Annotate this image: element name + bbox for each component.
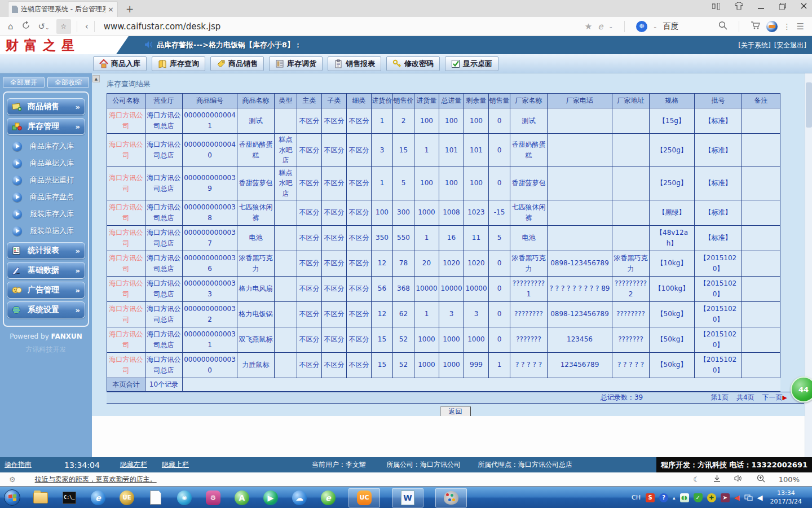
qq-browser-icon[interactable]: ☁ <box>291 489 308 506</box>
taskbar-clock[interactable]: 13:34 2017/3/24 <box>768 489 807 506</box>
toolbar-button-2[interactable]: 库存查询 <box>152 56 205 71</box>
maximize-icon[interactable] <box>779 3 786 10</box>
zoom-icon[interactable] <box>757 474 765 484</box>
table-row[interactable]: 海口方讯公司海口方讯公司总店0000000000032格力电饭锅不区分不区分不区… <box>107 301 780 327</box>
lang-indicator[interactable]: CH <box>632 494 641 501</box>
notepad-icon[interactable] <box>147 489 164 506</box>
sidebar-section-5[interactable]: 广告管理» <box>7 282 85 299</box>
night-mode-icon[interactable]: ☾ <box>693 475 700 484</box>
ultraedit-icon[interactable]: UE <box>118 489 135 506</box>
shield-plus-icon[interactable]: ✚ <box>707 493 716 502</box>
table-cell <box>275 251 297 276</box>
sidebar-item[interactable]: 商品库存入库 <box>6 138 86 155</box>
word-icon[interactable]: W <box>392 488 423 507</box>
sidebar-item[interactable]: 商品票据重打 <box>6 172 86 189</box>
media-player-icon[interactable]: ◉ <box>176 489 193 506</box>
download-icon[interactable] <box>713 475 721 484</box>
search-icon[interactable] <box>718 21 727 32</box>
home-icon[interactable]: ⌂ <box>8 21 14 32</box>
bookmark-star-icon[interactable]: ★ <box>585 21 592 32</box>
database-tool-icon[interactable]: ⚙ <box>205 489 222 506</box>
url-field[interactable]: www.caifustar.com/desk.jsp <box>104 21 221 32</box>
undo-icon[interactable]: ↺⌄ <box>38 21 50 32</box>
gear-icon[interactable]: ⚙ <box>9 475 16 484</box>
paint-icon[interactable] <box>435 488 467 507</box>
cmd-icon[interactable]: C:\_ <box>61 489 78 506</box>
table-row[interactable]: 海口方讯公司海口方讯公司总店0000000000031双飞燕鼠标不区分不区分不区… <box>107 327 780 352</box>
table-row[interactable]: 海口方讯公司海口方讯公司总店0000000000036浓香黑巧克力不区分不区分不… <box>107 251 780 276</box>
favorites-icon[interactable]: ☆ <box>56 19 71 34</box>
sidebar-section-4[interactable]: 基础数据» <box>7 262 85 279</box>
sidebar-section-6[interactable]: 系统设置» <box>7 301 85 318</box>
hamburger-menu-icon[interactable]: ☰ <box>797 21 804 32</box>
toolbar-button-3[interactable]: 商品销售 <box>210 56 264 71</box>
sidebar-item[interactable]: 服装单据入库 <box>6 222 86 239</box>
tencent-video-icon[interactable]: ▶ <box>262 489 279 506</box>
baidu-icon[interactable]: ❉ <box>636 21 647 32</box>
tab-close-icon[interactable]: × <box>108 5 114 14</box>
logout-link[interactable]: [安全退出] <box>774 41 806 50</box>
table-row[interactable]: 海口方讯公司海口方讯公司总店0000000000037电池不区分不区分不区分35… <box>107 225 780 251</box>
browser-logo-icon[interactable] <box>766 21 778 32</box>
minimize-icon[interactable] <box>758 3 765 10</box>
scrollbar-thumb[interactable] <box>806 82 812 128</box>
green-browser-icon[interactable]: e <box>320 489 337 506</box>
table-row[interactable]: 海口方讯公司海口方讯公司总店0000000000030力胜鼠标不区分不区分不区分… <box>107 352 780 378</box>
explorer-icon[interactable] <box>32 489 49 506</box>
sidebar-item[interactable]: 服装库存入库 <box>6 205 86 222</box>
ie-icon[interactable]: e <box>90 489 107 506</box>
toolbar-button-7[interactable]: 显示桌面 <box>445 56 498 71</box>
skin-icon[interactable] <box>735 2 743 10</box>
about-system-link[interactable]: [关于系统] <box>738 41 770 50</box>
uc-browser-icon[interactable]: UC <box>348 488 380 507</box>
wechat-icon[interactable]: ◖◗ <box>680 493 689 502</box>
network-icon[interactable] <box>744 494 753 501</box>
more-menu-icon[interactable]: ⋮ <box>783 22 791 31</box>
browser-tab[interactable]: 连锁店管理系统 - 后台管理系 × <box>8 1 118 17</box>
volume-red-icon[interactable]: ◀ <box>734 493 740 502</box>
help-icon[interactable]: ? <box>659 493 668 502</box>
new-tab-button[interactable]: + <box>126 3 134 17</box>
android-studio-icon[interactable]: A <box>233 489 250 506</box>
next-page-link[interactable]: 下一页▶ <box>762 393 787 402</box>
search-engine-label[interactable]: 百度 <box>663 21 679 32</box>
guide-link[interactable]: 操作指南 <box>5 460 32 470</box>
table-row[interactable]: 海口方讯公司海口方讯公司总店0000000000041测试不区分不区分不区分12… <box>107 108 780 134</box>
table-row[interactable]: 海口方讯公司海口方讯公司总店0000000000033格力电风扇不区分不区分不区… <box>107 276 780 301</box>
toolbar-button-6[interactable]: 修改密码 <box>386 56 440 71</box>
chevron-down-icon[interactable]: ⌄ <box>608 24 613 29</box>
start-icon[interactable] <box>3 489 20 506</box>
shield-green-icon[interactable]: ✓ <box>694 493 703 502</box>
sogou-icon[interactable]: S <box>646 493 655 502</box>
hide-left-link[interactable]: 隐藏左栏 <box>120 460 147 470</box>
engine-chevron-icon[interactable]: ⌄ <box>653 24 657 29</box>
zoom-level[interactable]: 100% <box>779 475 800 484</box>
toolbar-button-5[interactable]: 销售报表 <box>328 56 381 71</box>
tray-expand-icon[interactable]: ▴ <box>673 495 676 501</box>
table-row[interactable]: 海口方讯公司海口方讯公司总店0000000000038七匹狼休闲裤不区分不区分不… <box>107 200 780 225</box>
sidebar-section-2[interactable]: 库存管理» <box>7 118 85 135</box>
toolbar-button-1[interactable]: 商品入库 <box>93 56 147 71</box>
back-icon[interactable]: ‹ <box>85 21 89 32</box>
split-screen-icon[interactable] <box>712 3 720 10</box>
refresh-icon[interactable] <box>21 21 30 32</box>
table-row[interactable]: 海口方讯公司海口方讯公司总店0000000000039香甜菠萝包糕点水吧店不区分… <box>107 167 780 200</box>
collapse-all-button[interactable]: 全部收缩 <box>47 77 89 88</box>
volume-icon[interactable]: ◀ <box>757 493 763 502</box>
sidebar-section-1[interactable]: 商品销售» <box>7 98 85 115</box>
scroll-up-button[interactable]: ▲ <box>92 75 100 82</box>
cart-icon[interactable] <box>751 21 761 32</box>
expand-all-button[interactable]: 全部展开 <box>3 77 45 88</box>
sidebar-item[interactable]: 商品库存盘点 <box>6 189 86 205</box>
close-icon[interactable] <box>801 3 807 10</box>
mute-icon[interactable] <box>734 475 743 484</box>
notification-message[interactable]: 拉近与卖家的距离，更喜欢勤劳的店主。 <box>35 475 157 484</box>
hide-top-link[interactable]: 隐藏上栏 <box>162 460 189 470</box>
sidebar-section-3[interactable]: 统计报表» <box>7 242 85 259</box>
sidebar-item[interactable]: 商品单据入库 <box>6 155 86 172</box>
pointer-icon[interactable]: ➤ <box>721 493 730 502</box>
floating-badge[interactable]: 44 <box>791 376 812 402</box>
ie-icon[interactable]: e <box>598 21 603 32</box>
toolbar-button-4[interactable]: 库存调货 <box>269 56 323 71</box>
table-row[interactable]: 海口方讯公司海口方讯公司总店0000000000040香甜奶酪蛋糕糕点水吧店不区… <box>107 134 780 167</box>
